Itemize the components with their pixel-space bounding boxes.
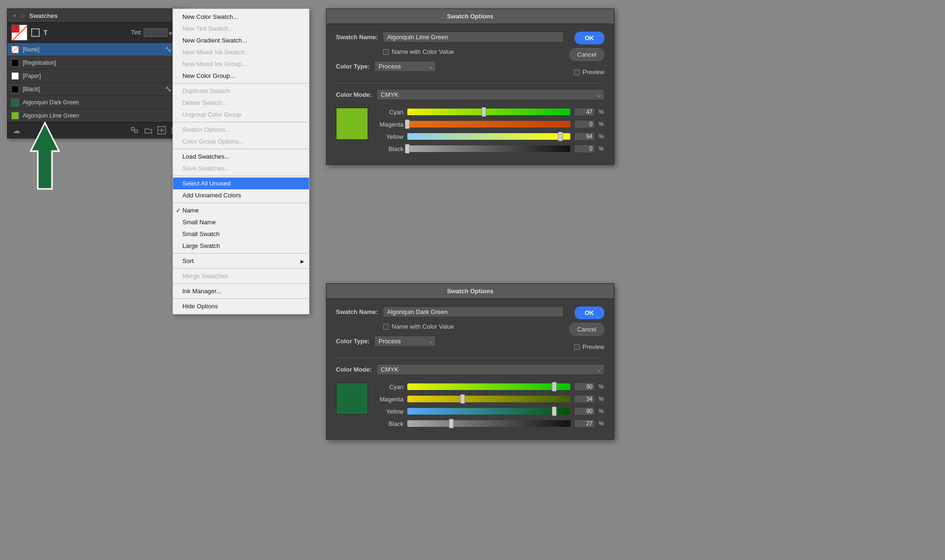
cyan-slider-row-bottom: Cyan % (378, 382, 604, 391)
menu-view-large-swatch[interactable]: Large Swatch (173, 240, 309, 252)
magenta-value-top[interactable] (574, 120, 595, 128)
swatch-color-black (11, 85, 19, 93)
cyan-thumb-bottom[interactable] (552, 382, 557, 391)
menu-new-gradient-swatch[interactable]: New Gradient Swatch... (173, 34, 309, 46)
new-group-icon[interactable] (130, 125, 140, 136)
color-mode-dropdown-bottom[interactable]: CMYK RGB Lab (377, 364, 604, 375)
menu-hide-options[interactable]: Hide Options (173, 300, 309, 312)
menu-separator-5 (173, 203, 309, 203)
color-type-select-top[interactable]: Process Spot (374, 61, 436, 72)
color-type-label-bottom: Color Type: (336, 338, 369, 345)
swatch-color-lime-green (11, 112, 19, 119)
color-mode-select-bottom[interactable]: CMYK RGB Lab (377, 364, 604, 375)
yellow-value-bottom[interactable] (574, 407, 595, 416)
menu-view-small-swatch[interactable]: Small Swatch (173, 228, 309, 240)
cyan-track-bottom[interactable] (407, 383, 570, 390)
black-value-bottom[interactable] (574, 419, 595, 428)
preview-row-bottom: Preview (574, 343, 604, 350)
magenta-thumb-top[interactable] (405, 119, 410, 129)
swatch-name-input-bottom[interactable] (383, 306, 564, 317)
black-track-bottom[interactable] (407, 420, 570, 427)
menu-new-mixed-ink-group: New Mixed Ink Group... (173, 58, 309, 70)
swatch-row-none[interactable]: [None] 🔧 (8, 43, 184, 56)
black-label-bottom: Black (378, 420, 404, 427)
black-value-top[interactable] (574, 144, 595, 153)
options-buttons-bottom: OK Cancel Preview (569, 306, 604, 350)
name-with-color-row-top: Name with Color Value (383, 48, 564, 55)
menu-new-color-group[interactable]: New Color Group... (173, 70, 309, 82)
svg-rect-2 (135, 130, 137, 133)
panel-close-button[interactable]: × (11, 12, 18, 19)
new-swatch-icon[interactable] (156, 125, 167, 136)
ok-button-bottom[interactable]: OK (575, 306, 605, 319)
menu-sort[interactable]: Sort (173, 255, 309, 267)
name-with-color-checkbox-bottom[interactable] (383, 324, 389, 330)
swatch-row-registration[interactable]: [Registration] 🔧 (8, 56, 184, 69)
color-type-dropdown-bottom[interactable]: Process Spot (374, 336, 436, 347)
menu-view-small-name[interactable]: Small Name (173, 216, 309, 228)
ok-button-top[interactable]: OK (575, 32, 605, 44)
cyan-track-top[interactable] (407, 109, 570, 115)
menu-select-all-unused[interactable]: Select All Unused (173, 178, 309, 189)
black-slider-row-top: Black % (378, 144, 604, 153)
yellow-track-bottom[interactable] (407, 408, 570, 415)
folder-icon[interactable] (143, 125, 154, 136)
black-thumb-top[interactable] (405, 144, 410, 153)
yellow-label-bottom: Yellow (378, 408, 404, 415)
magenta-thumb-bottom[interactable] (460, 394, 465, 404)
color-mode-select-top[interactable]: CMYK RGB Lab (377, 89, 604, 100)
menu-separator-3 (173, 149, 309, 149)
menu-new-color-swatch[interactable]: New Color Swatch... (173, 11, 309, 23)
tint-input[interactable] (144, 28, 167, 37)
menu-color-group-options: Color Group Options... (173, 136, 309, 147)
cyan-value-top[interactable] (574, 108, 595, 116)
preview-checkbox-top[interactable] (574, 69, 580, 75)
menu-separator-4 (173, 176, 309, 176)
swatch-name-registration: [Registration] (23, 59, 173, 66)
color-mode-label-bottom: Color Mode: (336, 366, 372, 373)
magenta-track-top[interactable] (407, 121, 570, 127)
color-type-select-bottom[interactable]: Process Spot (374, 336, 436, 347)
yellow-track-top[interactable] (407, 133, 570, 140)
menu-separator-9 (173, 298, 309, 299)
swatch-name-input-top[interactable] (383, 32, 564, 42)
yellow-value-top[interactable] (574, 132, 595, 141)
cyan-value-bottom[interactable] (574, 382, 595, 391)
black-track-top[interactable] (407, 145, 570, 152)
menu-view-name[interactable]: Name (173, 204, 309, 216)
rect-icon[interactable] (31, 28, 40, 37)
text-icon[interactable]: T (43, 29, 48, 36)
menu-add-unnamed-colors[interactable]: Add Unnamed Colors (173, 189, 309, 201)
cyan-thumb-top[interactable] (481, 107, 486, 117)
color-mode-dropdown-top[interactable]: CMYK RGB Lab (377, 89, 604, 100)
black-thumb-bottom[interactable] (449, 419, 454, 428)
yellow-slider-row-top: Yellow % (378, 132, 604, 141)
magenta-value-bottom[interactable] (574, 395, 595, 403)
menu-load-swatches[interactable]: Load Swatches... (173, 151, 309, 162)
swatch-row-dark-green[interactable]: Algonquin Dark Green (8, 96, 184, 109)
cloud-icon[interactable]: ☁ (11, 125, 22, 136)
color-type-dropdown-top[interactable]: Process Spot (374, 61, 436, 72)
name-with-color-checkbox-top[interactable] (383, 49, 389, 55)
swatch-row-black[interactable]: [Black] 🔧 (8, 83, 184, 96)
yellow-thumb-bottom[interactable] (552, 407, 557, 416)
swatch-options-bottom: Swatch Options Swatch Name: Name with Co… (326, 283, 614, 440)
cancel-button-top[interactable]: Cancel (569, 48, 604, 61)
black-percent-top: % (599, 145, 604, 152)
magenta-track-bottom[interactable] (407, 396, 570, 402)
toolbar-icons: T (31, 28, 48, 37)
swatch-color-registration (11, 59, 19, 67)
menu-duplicate-swatch: Duplicate Swatch (173, 85, 309, 97)
swatch-options-top: Swatch Options Swatch Name: Name with Co… (326, 8, 614, 165)
menu-ink-manager[interactable]: Ink Manager... (173, 285, 309, 297)
swatch-name-row-bottom: Swatch Name: (336, 306, 564, 317)
swatch-options-top-header: Swatch Options (326, 9, 614, 24)
swatch-row-paper[interactable]: [Paper] (8, 69, 184, 83)
magenta-slider-row-bottom: Magenta % (378, 395, 604, 403)
yellow-thumb-top[interactable] (558, 132, 563, 141)
cancel-button-bottom[interactable]: Cancel (569, 323, 604, 336)
panel-toolbar: T Tint: ▶ % (8, 23, 184, 43)
color-preview-bottom (336, 382, 368, 415)
preview-checkbox-bottom[interactable] (574, 344, 580, 350)
swatch-name-label-top: Swatch Name: (336, 34, 378, 41)
